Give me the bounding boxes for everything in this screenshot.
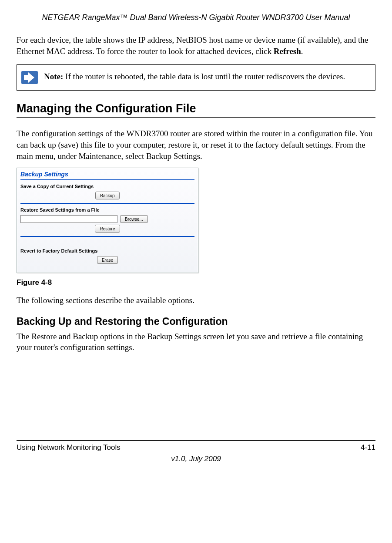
footer-version: v1.0, July 2009 <box>17 455 375 463</box>
restore-file-path-input[interactable] <box>20 215 117 223</box>
screenshot-separator <box>20 203 194 204</box>
section-rule <box>17 117 375 118</box>
footer-left: Using Network Monitoring Tools <box>17 443 121 452</box>
page-footer: Using Network Monitoring Tools 4-11 v1.0… <box>17 440 375 463</box>
restore-button[interactable]: Restore <box>95 225 120 233</box>
browse-button[interactable]: Browse... <box>120 215 148 223</box>
backup-button[interactable]: Backup <box>95 192 119 199</box>
restore-saved-label: Restore Saved Settings from a File <box>20 207 194 212</box>
refresh-bold: Refresh <box>274 47 301 56</box>
save-copy-label: Save a Copy of Current Settings <box>20 184 194 189</box>
footer-rule <box>17 440 375 441</box>
footer-page-number: 4-11 <box>361 443 375 452</box>
figure-caption: Figure 4-8 <box>17 278 375 287</box>
revert-factory-label: Revert to Factory Default Settings <box>20 248 194 253</box>
screenshot-separator <box>20 179 194 180</box>
section1-paragraph: The configuration settings of the WNDR37… <box>17 128 375 162</box>
note-label: Note: <box>44 72 63 81</box>
screenshot-title: Backup Settings <box>20 171 194 178</box>
erase-button[interactable]: Erase <box>97 256 118 264</box>
intro-text-b: . <box>301 47 303 56</box>
subsection-heading-backup-restore: Backing Up and Restoring the Configurati… <box>17 316 375 327</box>
note-callout: Note: If the router is rebooted, the tab… <box>17 64 375 91</box>
section-heading-managing-config: Managing the Configuration File <box>17 102 375 115</box>
note-body: If the router is rebooted, the table dat… <box>63 72 345 81</box>
note-text: Note: If the router is rebooted, the tab… <box>44 71 345 83</box>
screenshot-separator <box>20 236 194 237</box>
subsection-paragraph: The Restore and Backup options in the Ba… <box>17 331 375 353</box>
after-figure-paragraph: The following sections describe the avai… <box>17 295 375 306</box>
arrow-right-icon <box>21 71 38 84</box>
page-header-title: NETGEAR RangeMax™ Dual Band Wireless-N G… <box>17 13 375 22</box>
intro-paragraph: For each device, the table shows the IP … <box>17 34 375 57</box>
intro-text-a: For each device, the table shows the IP … <box>17 35 368 56</box>
backup-settings-screenshot: Backup Settings Save a Copy of Current S… <box>17 168 198 273</box>
